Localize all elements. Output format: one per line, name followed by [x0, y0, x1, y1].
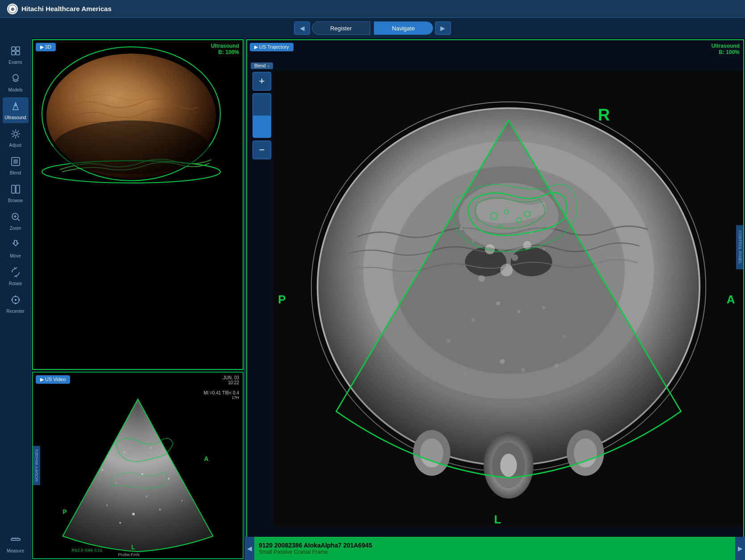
panel-trajectory-info-value: B: 100% [712, 49, 740, 55]
svg-point-8 [14, 132, 17, 136]
svg-text:R12.0 G66 C11: R12.0 G66 C11 [71, 548, 102, 552]
svg-text:A: A [727, 293, 735, 306]
rotate-icon [10, 267, 21, 279]
blend-label: Blend [254, 63, 266, 68]
svg-point-7 [15, 104, 17, 106]
blend-tag: Blend x [251, 62, 273, 69]
sidebar-item-models[interactable]: Models [3, 70, 29, 95]
svg-line-15 [17, 130, 19, 132]
zoom-icon [10, 212, 21, 224]
svg-line-22 [17, 219, 20, 221]
svg-line-13 [12, 130, 13, 132]
panel-usvideo-play-button[interactable]: ▶ US Video [36, 375, 70, 384]
svg-text:L: L [131, 543, 135, 551]
measure-icon [10, 534, 21, 547]
sidebar-item-exams[interactable]: Exams [3, 42, 29, 68]
panel-trajectory-play-button[interactable]: ▶ US Trajectory [250, 43, 294, 51]
svg-text:P: P [63, 508, 67, 515]
sidebar-item-move[interactable]: Move [3, 236, 29, 261]
svg-rect-5 [16, 51, 20, 55]
svg-rect-4 [12, 51, 15, 55]
svg-point-54 [146, 496, 147, 497]
left-scroll-arrow[interactable]: ◀ [244, 537, 254, 560]
svg-point-88 [542, 248, 545, 251]
blend-minus-button[interactable]: − [252, 141, 271, 159]
svg-point-57 [102, 469, 103, 471]
svg-point-52 [159, 509, 161, 510]
sidebar-item-blend[interactable]: Blend [3, 153, 29, 178]
svg-text:A: A [204, 455, 209, 462]
svg-text:L: L [494, 513, 501, 526]
panel-trajectory-info: Ultrasound B: 100% [712, 43, 740, 55]
sidebar-label-rotate: Rotate [9, 281, 22, 286]
logo-icon: ⊕ [7, 4, 18, 14]
sidebar-label-move: Move [10, 253, 21, 258]
svg-point-26 [15, 299, 17, 301]
sidebar: Exams Models Ultrasound [0, 38, 31, 560]
exams-icon [10, 46, 21, 58]
right-scroll-arrow[interactable]: ▶ [735, 537, 745, 560]
navigate-button[interactable]: Navigate [374, 21, 433, 35]
svg-rect-2 [12, 47, 15, 50]
panel-trajectory-header: ▶ US Trajectory [250, 43, 294, 51]
panel-3d[interactable]: ▶ 3D Ultrasound B: 100% [32, 39, 244, 370]
sidebar-item-adjust[interactable]: Adjust [3, 125, 29, 151]
recenter-icon [10, 295, 21, 307]
svg-point-83 [523, 241, 532, 249]
panel-3d-play-button[interactable]: ▶ 3D [36, 43, 56, 51]
svg-point-51 [106, 505, 108, 506]
sidebar-item-measure[interactable]: Measure [3, 531, 29, 556]
blend-slider[interactable] [252, 93, 271, 138]
svg-rect-31 [11, 539, 20, 540]
svg-text:P: P [278, 293, 286, 306]
svg-point-97 [464, 372, 467, 375]
sidebar-label-zoom: Zoom [10, 226, 21, 231]
svg-point-93 [446, 339, 450, 343]
sidebar-item-ultrasound[interactable]: Ultrasound [3, 97, 29, 123]
sidebar-item-browse[interactable]: Browse [3, 180, 29, 206]
svg-line-16 [12, 136, 13, 137]
sidebar-item-zoom[interactable]: Zoom [3, 208, 29, 234]
models-icon [10, 73, 21, 86]
svg-point-90 [517, 310, 521, 313]
svg-point-49 [115, 482, 116, 484]
blend-close-button[interactable]: x [268, 64, 270, 68]
brain-3d-visualization [33, 40, 243, 369]
panels-container: ▶ 3D Ultrasound B: 100% [31, 38, 745, 560]
blend-plus-button[interactable]: + [252, 72, 271, 91]
panel-3d-header: ▶ 3D [36, 43, 56, 51]
register-button[interactable]: Register [312, 21, 370, 35]
sidebar-item-recenter[interactable]: Recenter [3, 291, 29, 317]
panel-usvideo-header: ▶ US Video [36, 375, 70, 384]
nav-back-arrow[interactable]: ◀ [294, 21, 310, 35]
svg-point-89 [496, 301, 500, 305]
svg-rect-3 [16, 47, 20, 50]
svg-rect-18 [13, 159, 18, 164]
svg-point-95 [500, 359, 505, 364]
sidebar-label-browse: Browse [8, 198, 23, 203]
sidebar-label-measure: Measure [7, 548, 24, 553]
panel-usvideo[interactable]: MODIFY IMAGES ▶ US Video JUN. 03 10:22 M… [32, 372, 244, 559]
app-title: Hitachi Healthcare Americas [21, 5, 112, 12]
nav-forward-arrow[interactable]: ▶ [435, 21, 451, 35]
panel-trajectory[interactable]: ▶ US Trajectory Ultrasound B: 100% Blend… [246, 39, 744, 559]
svg-point-84 [478, 275, 485, 282]
move-icon [10, 239, 21, 252]
control-panel-tab[interactable]: CONTROL PANEL [736, 225, 744, 270]
svg-point-85 [459, 227, 462, 230]
sidebar-label-recenter: Recenter [6, 309, 25, 314]
sidebar-item-rotate[interactable]: Rotate [3, 263, 29, 289]
trajectory-mri-display: R A P L [274, 40, 743, 558]
modify-images-tab[interactable]: MODIFY IMAGES [33, 446, 40, 485]
us-video-date: JUN. 03 10:22 [223, 375, 239, 385]
us-video-display: A P L R12.0 G66 C11 Probe:FAN [33, 373, 243, 558]
svg-text:R: R [598, 105, 610, 124]
panel-3d-info-label: Ultrasound [211, 43, 239, 49]
svg-point-91 [471, 318, 475, 322]
header: ⊕ Hitachi Healthcare Americas [0, 0, 745, 18]
ultrasound-icon [10, 101, 21, 113]
svg-line-14 [17, 136, 19, 137]
sidebar-label-models: Models [8, 87, 22, 92]
sidebar-label-adjust: Adjust [9, 143, 22, 148]
svg-point-96 [521, 368, 525, 372]
